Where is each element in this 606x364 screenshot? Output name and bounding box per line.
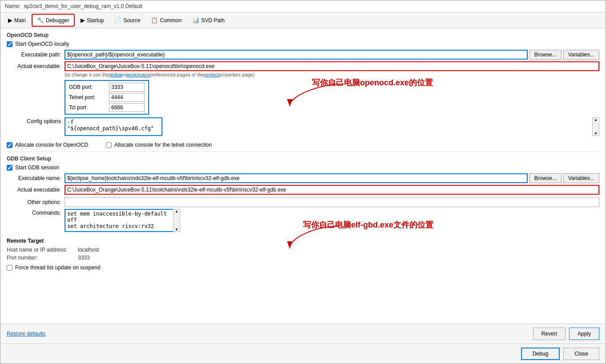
footer-buttons: Debug Close [0,344,606,364]
title-bar: Name: sp2cw3_demo_for_user_debug_ram_v1.… [0,0,606,12]
tab-startup[interactable]: ▶ Startup [76,14,109,26]
force-thread-row: Force thread list update on suspend [7,264,599,271]
common-tab-icon: 📋 [151,17,158,24]
gdb-section: GDB Client Setup Start GDB session Execu… [7,156,599,233]
hint-workspace-link[interactable]: workspace [126,72,150,77]
start-openocd-checkbox[interactable] [7,41,12,47]
tab-common-label: Common [160,17,182,24]
main-tab-icon: ▶ [8,17,12,24]
ports-group: GDB port: Telnet port: Tcl port: [65,80,149,115]
apply-button[interactable]: Apply [569,328,599,340]
start-gdb-label: Start GDB session [15,164,59,171]
commands-row: Commands: ▲ ▼ [7,209,599,233]
config-options-label: Config options [7,117,65,124]
executable-path-browse[interactable]: Browse... [529,50,562,60]
tab-debugger-label: Debugger [46,17,69,24]
actual-executable-row: Actual executable: [7,61,599,71]
other-options-input[interactable] [65,197,599,207]
executable-path-variables[interactable]: Variables... [563,50,599,60]
hint-project-link[interactable]: project [204,72,219,77]
start-gdb-checkbox[interactable] [7,165,12,171]
force-thread-label: Force thread list update on suspend [15,264,100,271]
restore-defaults-link[interactable]: Restore defaults [7,331,45,337]
other-options-label: Other options: [7,199,65,205]
hint-row: (to change it use the global or workspac… [65,72,599,77]
commands-scroll-up[interactable]: ▲ [175,209,178,213]
gdb-actual-executable-row: Actual executable: [7,185,599,195]
config-scroll-up[interactable]: ▲ [594,118,598,122]
other-options-row: Other options: [7,197,599,207]
gdb-actual-executable-input[interactable] [65,185,599,195]
config-options-row: Config options ▲ ▼ [7,117,599,137]
tcl-port-label: Tcl port: [69,104,109,111]
remote-section: Remote Target Host name or IP address: l… [7,238,599,271]
gdb-executable-name-input[interactable] [65,173,528,183]
allocate-openocd-item: Allocate console for OpenOCD [7,142,88,148]
debug-button[interactable]: Debug [521,348,560,360]
tab-svdpath-label: SVD Path [201,17,225,24]
revert-button[interactable]: Revert [533,328,566,340]
startup-tab-icon: ▶ [81,17,85,24]
main-window: Name: sp2cw3_demo_for_user_debug_ram_v1.… [0,0,606,364]
close-button[interactable]: Close [563,348,599,360]
executable-path-row: Executable path: Browse... Variables... [7,50,599,60]
gdb-executable-name-label: Executable name: [7,175,65,181]
openocd-section-title: OpenOCD Setup [7,32,599,38]
tab-startup-label: Startup [87,17,104,24]
config-options-textarea[interactable] [65,117,162,136]
name-label: Name: [5,3,20,9]
gdb-browse[interactable]: Browse... [529,173,562,183]
telnet-port-row: Telnet port: [69,93,145,102]
executable-path-input[interactable] [65,50,528,60]
commands-label: Commands: [7,209,65,216]
tab-main[interactable]: ▶ Main [3,14,31,26]
tab-debugger[interactable]: 🔧 Debugger [32,14,75,27]
gdb-executable-name-row: Executable name: Browse... Variables... [7,173,599,183]
host-value: localhost [78,247,99,253]
host-label: Host name or IP address: [7,247,78,253]
allocate-openocd-checkbox[interactable] [7,142,12,148]
gdb-variables[interactable]: Variables... [563,173,599,183]
allocate-telnet-item: Allocate console for the telnet connecti… [106,142,212,148]
svdpath-tab-icon: 📊 [192,17,199,24]
tab-common[interactable]: 📋 Common [146,14,186,26]
hint-global-link[interactable]: global [109,72,122,77]
hint-or: or [122,72,126,77]
start-openocd-label: Start OpenOCD locally [15,41,69,47]
actual-executable-input[interactable] [65,61,599,71]
port-value: 3333 [78,255,90,261]
force-thread-checkbox[interactable] [7,265,12,271]
telnet-port-label: Telnet port: [69,94,109,100]
port-label: Port number: [7,255,78,261]
allocate-telnet-checkbox[interactable] [106,142,112,148]
divider-1 [7,152,599,152]
tab-svdpath[interactable]: 📊 SVD Path [187,14,230,26]
gdb-port-row: GDB port: [69,83,145,92]
bottom-bar: Restore defaults Revert Apply [0,324,606,344]
allocate-row: Allocate console for OpenOCD Allocate co… [7,142,599,148]
hint-end: properties page) [219,72,255,77]
tab-bar: ▶ Main 🔧 Debugger ▶ Startup 📄 Source 📋 C… [0,12,606,28]
main-content: OpenOCD Setup Start OpenOCD locally Exec… [0,28,606,324]
remote-section-title: Remote Target [7,238,599,244]
commands-textarea[interactable] [65,209,180,232]
gdb-actual-executable-label: Actual executable: [7,187,65,193]
allocate-openocd-label: Allocate console for OpenOCD [15,142,88,148]
gdb-section-title: GDB Client Setup [7,156,599,162]
tab-source[interactable]: 📄 Source [109,14,145,26]
openocd-section: OpenOCD Setup Start OpenOCD locally Exec… [7,32,599,148]
debugger-tab-icon: 🔧 [37,17,44,24]
host-row: Host name or IP address: localhost [7,247,599,253]
tcl-port-input[interactable] [109,103,145,112]
tab-source-label: Source [123,17,140,24]
telnet-port-input[interactable] [109,93,145,102]
hint-text: (to change it use the [65,72,109,77]
tcl-port-row: Tcl port: [69,103,145,112]
gdb-port-label: GDB port: [69,84,109,90]
start-gdb-row: Start GDB session [7,164,599,171]
executable-path-label: Executable path: [7,52,65,58]
config-scroll-down[interactable]: ▼ [594,132,598,136]
commands-scroll-down[interactable]: ▼ [175,228,178,232]
gdb-port-input[interactable] [109,83,145,92]
port-row: Port number: 3333 [7,255,599,261]
